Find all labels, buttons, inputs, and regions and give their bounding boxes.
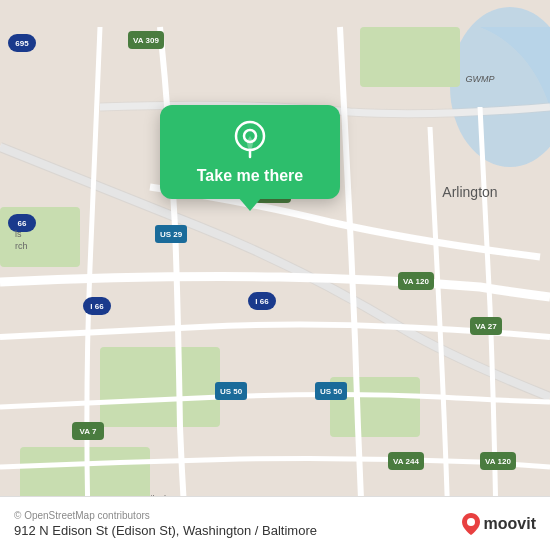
svg-rect-2 <box>360 27 460 87</box>
copyright-text: © OpenStreetMap contributors <box>14 510 317 521</box>
map-pin-icon <box>230 119 270 159</box>
svg-text:ls: ls <box>15 229 22 239</box>
svg-text:I 66: I 66 <box>255 297 269 306</box>
svg-text:VA 27: VA 27 <box>475 322 497 331</box>
svg-point-42 <box>467 518 475 526</box>
svg-text:VA 120: VA 120 <box>403 277 429 286</box>
moovit-text: moovit <box>484 515 536 533</box>
svg-text:US 50: US 50 <box>320 387 343 396</box>
bottom-bar: © OpenStreetMap contributors 912 N Ediso… <box>0 496 550 550</box>
svg-text:VA 244: VA 244 <box>393 457 419 466</box>
svg-text:VA 7: VA 7 <box>80 427 97 436</box>
svg-text:GWMP: GWMP <box>466 74 495 84</box>
svg-text:rch: rch <box>15 241 28 251</box>
svg-text:VA 120: VA 120 <box>485 457 511 466</box>
svg-rect-4 <box>100 347 220 427</box>
popup-card[interactable]: Take me there <box>160 105 340 199</box>
svg-text:66: 66 <box>18 219 27 228</box>
svg-text:VA 309: VA 309 <box>133 36 159 45</box>
svg-text:695: 695 <box>15 39 29 48</box>
svg-text:I 66: I 66 <box>90 302 104 311</box>
svg-text:Arlington: Arlington <box>442 184 497 200</box>
svg-text:US 29: US 29 <box>160 230 183 239</box>
bottom-info: © OpenStreetMap contributors 912 N Ediso… <box>14 510 317 538</box>
popup-label: Take me there <box>197 167 303 185</box>
map-container: VA 309 US 29 I 66 VA 120 VA 120 I 66 US … <box>0 0 550 550</box>
map-background: VA 309 US 29 I 66 VA 120 VA 120 I 66 US … <box>0 0 550 550</box>
moovit-pin-icon <box>462 513 480 535</box>
moovit-logo: moovit <box>462 513 536 535</box>
svg-text:US 50: US 50 <box>220 387 243 396</box>
address-text: 912 N Edison St (Edison St), Washington … <box>14 523 317 538</box>
